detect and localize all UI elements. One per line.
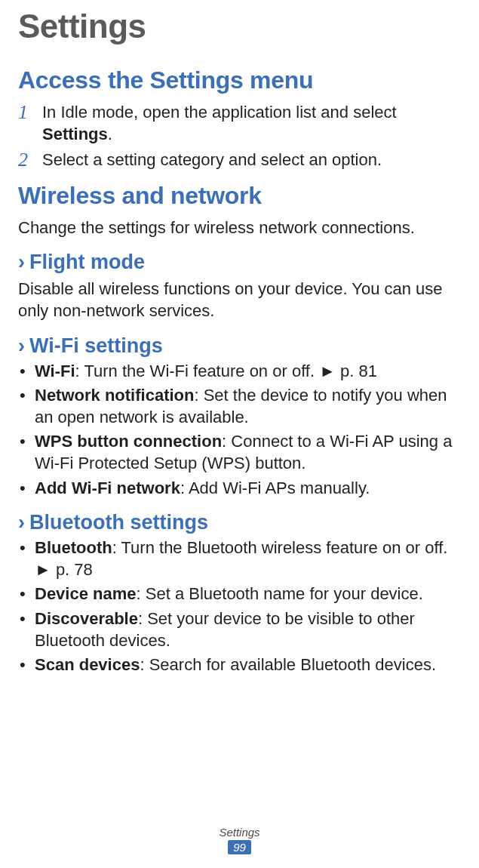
wifi-list: Wi-Fi: Turn the Wi-Fi feature on or off.… <box>18 361 465 500</box>
list-item: Network notification: Set the device to … <box>18 385 465 428</box>
chevron-right-icon: › <box>18 251 25 274</box>
list-item: Bluetooth: Turn the Bluetooth wireless f… <box>18 537 465 580</box>
item-bold: Add Wi-Fi network <box>35 479 180 497</box>
step-prefix: In Idle mode, open the application list … <box>42 103 397 122</box>
footer-section-label: Settings <box>0 826 479 839</box>
step-text: In Idle mode, open the application list … <box>42 102 465 145</box>
list-item: Discoverable: Set your device to be visi… <box>18 608 465 651</box>
step-number: 2 <box>18 149 42 171</box>
step-prefix: Select a setting category and select an … <box>42 150 382 169</box>
item-bold: WPS button connection <box>35 432 222 451</box>
sub-heading-text: Wi-Fi settings <box>29 334 163 358</box>
step-number: 1 <box>18 102 42 124</box>
section-access-heading: Access the Settings menu <box>18 66 465 94</box>
list-item: Wi-Fi: Turn the Wi-Fi feature on or off.… <box>18 361 465 383</box>
item-rest: : Search for available Bluetooth devices… <box>140 655 436 674</box>
manual-page: Settings Access the Settings menu 1 In I… <box>0 0 479 868</box>
sub-bluetooth-settings: › Bluetooth settings <box>18 511 465 534</box>
item-bold: Bluetooth <box>35 538 112 557</box>
item-bold: Wi-Fi <box>35 362 75 380</box>
page-title: Settings <box>18 8 465 45</box>
section-wireless-intro: Change the settings for wireless network… <box>18 217 465 239</box>
sub-heading-text: Flight mode <box>29 251 145 274</box>
step-1: 1 In Idle mode, open the application lis… <box>18 102 465 145</box>
step-text: Select a setting category and select an … <box>42 149 465 171</box>
list-item: WPS button connection: Connect to a Wi-F… <box>18 431 465 474</box>
flight-mode-body: Disable all wireless functions on your d… <box>18 279 465 322</box>
sub-wifi-settings: › Wi-Fi settings <box>18 334 465 358</box>
item-rest: : Set a Bluetooth name for your device. <box>137 584 423 603</box>
item-rest: : Add Wi-Fi APs manually. <box>180 479 370 497</box>
chevron-right-icon: › <box>18 334 25 358</box>
item-bold: Device name <box>35 584 137 603</box>
step-suffix: . <box>108 125 112 143</box>
step-2: 2 Select a setting category and select a… <box>18 149 465 171</box>
list-item: Device name: Set a Bluetooth name for yo… <box>18 583 465 605</box>
item-bold: Scan devices <box>35 655 140 674</box>
section-wireless-heading: Wireless and network <box>18 182 465 210</box>
step-bold: Settings <box>42 125 108 143</box>
bluetooth-list: Bluetooth: Turn the Bluetooth wireless f… <box>18 537 465 676</box>
page-number-badge: 99 <box>228 840 251 854</box>
item-bold: Discoverable <box>35 609 138 628</box>
sub-heading-text: Bluetooth settings <box>29 511 208 534</box>
item-rest: : Turn the Wi-Fi feature on or off. ► p.… <box>75 362 377 380</box>
page-footer: Settings 99 <box>0 826 479 854</box>
list-item: Scan devices: Search for available Bluet… <box>18 654 465 676</box>
item-bold: Network notification <box>35 386 194 405</box>
chevron-right-icon: › <box>18 511 25 534</box>
list-item: Add Wi-Fi network: Add Wi-Fi APs manuall… <box>18 478 465 500</box>
sub-flight-mode: › Flight mode <box>18 251 465 274</box>
